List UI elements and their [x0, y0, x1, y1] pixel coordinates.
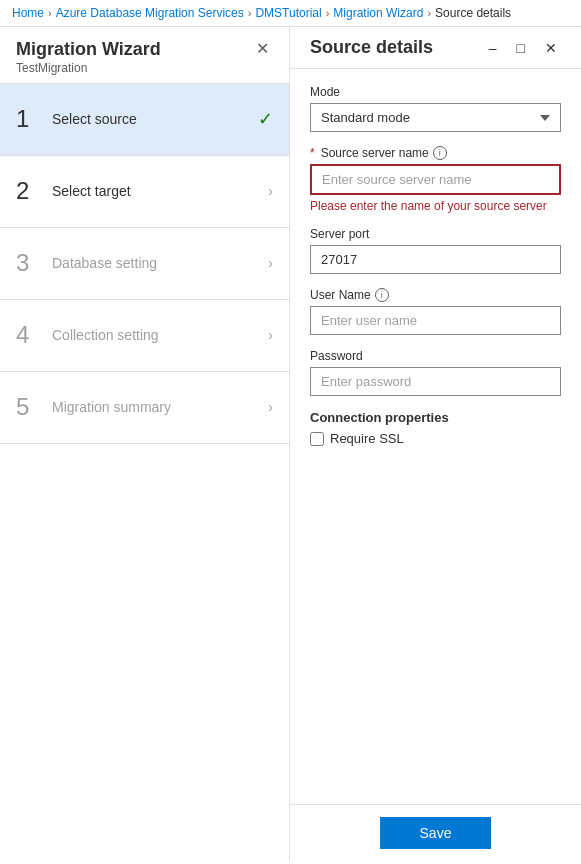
step-2-number: 2 [16, 177, 52, 205]
step-3-number: 3 [16, 249, 52, 277]
step-3-database-setting: 3 Database setting › [0, 228, 289, 300]
breadcrumb-sep-4: › [427, 7, 431, 19]
breadcrumb-sep-3: › [326, 7, 330, 19]
breadcrumb: Home › Azure Database Migration Services… [0, 0, 581, 27]
server-name-input[interactable] [310, 164, 561, 195]
server-name-info-icon[interactable]: i [433, 146, 447, 160]
server-name-label: Source server name i [310, 146, 561, 160]
panel-header: Source details – □ ✕ [290, 27, 581, 69]
panel-close-button[interactable]: ✕ [541, 38, 561, 58]
breadcrumb-dms[interactable]: Azure Database Migration Services [56, 6, 244, 20]
wizard-subtitle: TestMigration [16, 61, 161, 75]
username-input[interactable] [310, 306, 561, 335]
server-port-input[interactable] [310, 245, 561, 274]
mode-select[interactable]: Standard mode Expert mode [310, 103, 561, 132]
wizard-title: Migration Wizard [16, 39, 161, 61]
step-5-migration-summary: 5 Migration summary › [0, 372, 289, 444]
breadcrumb-sep-2: › [248, 7, 252, 19]
step-3-arrow-icon: › [268, 255, 273, 271]
breadcrumb-dmstutorial[interactable]: DMSTutorial [255, 6, 321, 20]
step-1-select-source[interactable]: 1 Select source ✓ [0, 84, 289, 156]
server-name-group: Source server name i Please enter the na… [310, 146, 561, 213]
wizard-header-text: Migration Wizard TestMigration [16, 39, 161, 75]
breadcrumb-home[interactable]: Home [12, 6, 44, 20]
step-2-select-target[interactable]: 2 Select target › [0, 156, 289, 228]
wizard-close-button[interactable]: ✕ [252, 39, 273, 58]
step-4-collection-setting: 4 Collection setting › [0, 300, 289, 372]
save-button[interactable]: Save [380, 817, 492, 849]
server-port-group: Server port [310, 227, 561, 274]
require-ssl-label: Require SSL [330, 431, 404, 446]
password-input[interactable] [310, 367, 561, 396]
connection-properties-label: Connection properties [310, 410, 561, 425]
panel-title: Source details [310, 37, 433, 58]
panel-content: Mode Standard mode Expert mode Source se… [290, 69, 581, 804]
password-group: Password [310, 349, 561, 396]
connection-properties-group: Connection properties Require SSL [310, 410, 561, 446]
step-2-arrow-icon: › [268, 183, 273, 199]
steps-list: 1 Select source ✓ 2 Select target › 3 Da… [0, 84, 289, 861]
server-port-label: Server port [310, 227, 561, 241]
username-label: User Name i [310, 288, 561, 302]
panel-footer: Save [290, 804, 581, 861]
step-5-label: Migration summary [52, 399, 268, 415]
breadcrumb-migration-wizard[interactable]: Migration Wizard [333, 6, 423, 20]
step-4-arrow-icon: › [268, 327, 273, 343]
username-group: User Name i [310, 288, 561, 335]
password-label: Password [310, 349, 561, 363]
require-ssl-checkbox[interactable] [310, 432, 324, 446]
step-5-number: 5 [16, 393, 52, 421]
mode-group: Mode Standard mode Expert mode [310, 85, 561, 132]
step-1-label: Select source [52, 111, 258, 127]
step-1-check-icon: ✓ [258, 108, 273, 130]
wizard-header: Migration Wizard TestMigration ✕ [0, 27, 289, 84]
panel-maximize-button[interactable]: □ [513, 38, 529, 58]
mode-label: Mode [310, 85, 561, 99]
step-4-number: 4 [16, 321, 52, 349]
step-2-label: Select target [52, 183, 268, 199]
breadcrumb-sep-1: › [48, 7, 52, 19]
step-4-label: Collection setting [52, 327, 268, 343]
require-ssl-group: Require SSL [310, 431, 561, 446]
wizard-panel: Migration Wizard TestMigration ✕ 1 Selec… [0, 27, 290, 861]
panel-header-icons: – □ ✕ [485, 38, 561, 58]
server-name-error: Please enter the name of your source ser… [310, 199, 561, 213]
step-1-number: 1 [16, 105, 52, 133]
panel-minimize-button[interactable]: – [485, 38, 501, 58]
username-info-icon[interactable]: i [375, 288, 389, 302]
step-3-label: Database setting [52, 255, 268, 271]
step-5-arrow-icon: › [268, 399, 273, 415]
source-details-panel: Source details – □ ✕ Mode Standard mode … [290, 27, 581, 861]
breadcrumb-current: Source details [435, 6, 511, 20]
